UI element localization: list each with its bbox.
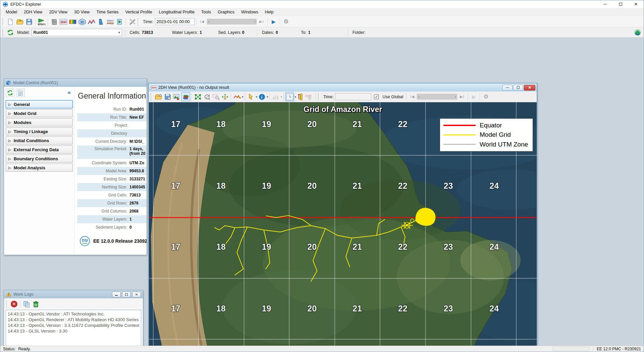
- menu-windows[interactable]: Windows: [238, 8, 262, 16]
- view2dh-titlebar[interactable]: 2DH 2DH View (Run001) - no Output result…: [149, 83, 537, 92]
- maximize-button[interactable]: [613, 0, 628, 8]
- menu-tools[interactable]: Tools: [198, 8, 214, 16]
- tree-item-timing-linkage[interactable]: ▷Timing / Linkage: [6, 127, 73, 135]
- 2dh-options-button[interactable]: 2DH: [305, 92, 314, 101]
- clear-logs-button[interactable]: [31, 299, 41, 309]
- chevron-down-icon[interactable]: ▾: [281, 95, 282, 99]
- view2dh-close-button[interactable]: ✕: [524, 85, 535, 91]
- info-label: Directory: [77, 131, 129, 136]
- view-play-button[interactable]: ▶: [469, 92, 478, 101]
- menu-3d-view[interactable]: 3D View: [71, 8, 93, 16]
- tools-button[interactable]: [127, 17, 137, 26]
- info-label: Simulation Period:: [77, 146, 129, 151]
- refresh-tree-button[interactable]: [6, 89, 14, 97]
- save-view-button[interactable]: [163, 92, 172, 101]
- vertical-profile-button[interactable]: [96, 17, 106, 26]
- tree-item-general[interactable]: ▷General: [6, 100, 73, 108]
- time-slider[interactable]: ‹›: [207, 19, 257, 24]
- menu-longitudinal-profile[interactable]: Longitudinal Profile: [156, 8, 198, 16]
- model-control-title: Model Control (Run001): [13, 80, 58, 85]
- menu-help[interactable]: Help: [262, 8, 277, 16]
- measure-button[interactable]: [296, 92, 305, 101]
- tree-item-model-grid[interactable]: ▷Model Grid: [6, 109, 73, 117]
- info-row: Northing Size:1400345: [77, 183, 147, 191]
- zoom-window-button[interactable]: [211, 92, 220, 101]
- layers-button[interactable]: [181, 92, 190, 101]
- report-button[interactable]: [16, 89, 25, 97]
- work-logs-minimize-button[interactable]: [112, 292, 121, 297]
- main-toolbar: EFDC+ 2DH 3D Time: ◀ ‹› ▶ ▶ ⚙: [0, 16, 644, 27]
- tree-item-boundary-conditions[interactable]: ▷Boundary Conditions: [6, 155, 73, 163]
- open-view-button[interactable]: [154, 92, 163, 101]
- info-row: Model Area:99453.8: [77, 167, 147, 175]
- work-logs-close-button[interactable]: ✕: [132, 292, 141, 297]
- play-button[interactable]: ▶: [269, 17, 278, 26]
- save-model-button[interactable]: [24, 17, 34, 26]
- view-time-slider[interactable]: ‹›: [417, 94, 457, 100]
- export-view-button[interactable]: [115, 17, 124, 26]
- info-icon: i: [259, 94, 265, 100]
- ee-home-button[interactable]: [633, 28, 642, 37]
- tree-item-external-forcing-data[interactable]: ▷External Forcing Data: [6, 145, 73, 154]
- view-skip-end-button[interactable]: ▶: [457, 92, 466, 101]
- view2dh-window: 2DH 2DH View (Run001) - no Output result…: [148, 83, 537, 346]
- zoom-extent-button[interactable]: [193, 92, 202, 101]
- svg-text:3D: 3D: [80, 20, 85, 24]
- copy-logs-button[interactable]: [22, 299, 31, 309]
- menu-time-series[interactable]: Time Series: [93, 8, 122, 16]
- tree-item-initial-conditions[interactable]: ▷Initial Conditions: [6, 136, 73, 144]
- model-select[interactable]: Run001▾: [32, 29, 122, 36]
- chevron-down-icon[interactable]: ▾: [267, 95, 268, 99]
- run-efdc-button[interactable]: EFDC+: [37, 17, 46, 26]
- view2dh-minimize-button[interactable]: [502, 85, 513, 91]
- info-label: Easting Size:: [77, 177, 129, 181]
- map-canvas[interactable]: 1718192021221718192021222324171819202122…: [149, 102, 537, 346]
- chart-button[interactable]: [271, 92, 280, 101]
- menu-graphics[interactable]: Graphics: [214, 8, 238, 16]
- zoom-previous-button[interactable]: [202, 92, 211, 101]
- log-output[interactable]: 14:43:13 - OpenGL Vendor : ATI Technolog…: [6, 310, 141, 346]
- longitudinal-profile-button[interactable]: [106, 17, 115, 26]
- menu-vertical-profile[interactable]: Vertical Profile: [122, 8, 156, 16]
- time-series-button[interactable]: [87, 17, 96, 26]
- time-input[interactable]: [155, 18, 195, 25]
- minimize-button[interactable]: [597, 0, 613, 8]
- export-image-button[interactable]: [172, 92, 181, 101]
- tree-item-label: Initial Conditions: [14, 138, 49, 143]
- skip-start-button[interactable]: ◀: [198, 17, 207, 26]
- work-logs-maximize-button[interactable]: [122, 292, 131, 297]
- info-button[interactable]: i: [257, 92, 266, 101]
- skip-end-button[interactable]: ▶: [257, 17, 266, 26]
- stop-logging-button[interactable]: ✕: [9, 299, 19, 309]
- animation-settings-button[interactable]: ⚙: [281, 17, 291, 26]
- collapse-panel-button[interactable]: «: [68, 89, 73, 97]
- view-animation-settings-button[interactable]: ⚙: [481, 92, 490, 101]
- grid-view-button[interactable]: [49, 17, 59, 26]
- new-model-button[interactable]: [6, 17, 15, 26]
- tree-item-label: Timing / Linkage: [14, 129, 48, 134]
- view-time-input[interactable]: [335, 93, 371, 100]
- chevron-down-icon: ▾: [118, 31, 120, 34]
- open-model-button[interactable]: [15, 17, 24, 26]
- use-global-checkbox[interactable]: ✓: [374, 95, 379, 99]
- 3d-view-button[interactable]: 3D: [77, 17, 87, 26]
- menu-2dh-view[interactable]: 2DH View: [20, 8, 46, 16]
- tree-item-modules[interactable]: ▷Modules: [6, 118, 73, 126]
- chevron-down-icon[interactable]: ▾: [242, 95, 244, 99]
- colorbar-button[interactable]: [68, 17, 77, 26]
- view2dh-maximize-button[interactable]: [513, 85, 523, 91]
- close-button[interactable]: ✕: [628, 0, 644, 8]
- model-control-titlebar[interactable]: Model Control (Run001): [4, 79, 147, 87]
- refresh-model-button[interactable]: [6, 28, 15, 37]
- menu-2dv-view[interactable]: 2DV View: [46, 8, 71, 16]
- tree-item-model-analysis[interactable]: ▷Model Analysis: [6, 164, 73, 172]
- model-toolbar: Model: Run001▾ Cells: 73813 Water Layers…: [0, 27, 644, 38]
- work-logs-titlebar[interactable]: Work Logs ✕: [4, 290, 143, 298]
- pan-button[interactable]: [220, 92, 229, 101]
- select-button[interactable]: [247, 92, 256, 101]
- polyline-edit-button[interactable]: [232, 92, 241, 101]
- 2dh-view-button[interactable]: 2DH: [59, 17, 68, 26]
- menu-model[interactable]: Model: [2, 8, 20, 16]
- view-skip-start-button[interactable]: ◀: [408, 92, 417, 101]
- clock-display-button[interactable]: [285, 92, 294, 101]
